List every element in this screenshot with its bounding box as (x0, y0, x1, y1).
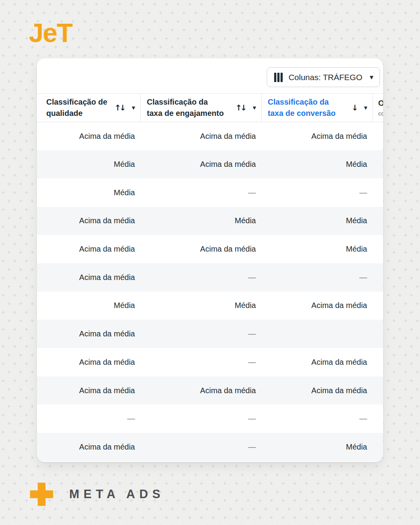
table-row: Acima da média—— (37, 263, 383, 292)
table-header: Classificação de qualidade ↑↓ ▼ Classifi… (37, 94, 383, 122)
column-header-label: Classificação da taxa de conversão (268, 96, 346, 119)
table-cell: Média (261, 433, 373, 461)
table-row: Acima da médiaAcima da médiaMédia (37, 235, 383, 263)
table-row: Acima da média— (37, 320, 383, 348)
table-cell: Acima da média (37, 376, 140, 405)
column-header-conversion-rate-ranking[interactable]: Classificação da taxa de conversão ↓ ▼ (261, 94, 373, 122)
chevron-down-icon[interactable]: ▼ (132, 105, 135, 110)
table-cell: Média (140, 207, 261, 235)
metrics-table: Classificação de qualidade ↑↓ ▼ Classifi… (37, 93, 383, 461)
table-cell: — (261, 178, 373, 207)
plus-icon (29, 481, 54, 507)
column-header-sublabel: co (378, 110, 383, 117)
footer-branding: META ADS (29, 481, 164, 507)
table-row: Acima da média—Média (37, 433, 383, 461)
table-cell: Acima da média (37, 320, 140, 348)
columns-icon (274, 72, 283, 82)
table-cell-clipped (373, 263, 383, 292)
column-header-quality-ranking[interactable]: Classificação de qualidade ↑↓ ▼ (37, 94, 140, 122)
table-row: MédiaAcima da médiaMédia (37, 150, 383, 178)
table-cell-clipped (373, 235, 383, 263)
table-cell: Acima da média (37, 348, 140, 376)
table-row: Acima da médiaAcima da médiaAcima da méd… (37, 122, 383, 150)
chevron-down-icon[interactable]: ▼ (253, 105, 256, 110)
sort-both-icon[interactable]: ↑↓ (115, 103, 126, 112)
table-cell-clipped (373, 122, 383, 150)
table-cell: Média (261, 150, 373, 178)
column-header-engagement-rate-ranking[interactable]: Classificação da taxa de engajamento ↑↓ … (140, 94, 261, 122)
table-cell: Média (261, 207, 373, 235)
table-cell: Acima da média (140, 235, 261, 263)
column-header-clipped[interactable]: O co (373, 94, 383, 122)
table-row: Acima da médiaMédiaMédia (37, 207, 383, 235)
jet-logo: JeT (29, 19, 72, 46)
toolbar: Colunas: TRÁFEGO ▼ (37, 58, 383, 93)
table-cell-clipped (373, 376, 383, 405)
table-cell: Média (261, 235, 373, 263)
table-cell-clipped (373, 292, 383, 320)
table-cell: Acima da média (261, 376, 373, 405)
column-header-label: Classificação de qualidade (46, 96, 115, 119)
table-cell-clipped (373, 433, 383, 461)
table-cell-clipped (373, 178, 383, 207)
table-cell: — (140, 178, 261, 207)
columns-dropdown-button[interactable]: Colunas: TRÁFEGO ▼ (267, 67, 380, 87)
table-cell: Acima da média (261, 122, 373, 150)
table-cell-clipped (373, 150, 383, 178)
table-cell-clipped (373, 348, 383, 376)
table-cell: — (140, 263, 261, 292)
chevron-down-icon: ▼ (370, 75, 373, 80)
table-cell: Acima da média (261, 292, 373, 320)
table-cell-clipped (373, 404, 383, 433)
chevron-down-icon[interactable]: ▼ (364, 105, 367, 110)
table-cell (261, 320, 373, 348)
table-cell: Acima da média (140, 376, 261, 405)
table-cell: Acima da média (37, 122, 140, 150)
sort-descending-icon[interactable]: ↓ (352, 103, 358, 112)
table-row: Acima da média—Acima da média (37, 348, 383, 376)
table-cell: — (140, 404, 261, 433)
table-cell: Acima da média (261, 348, 373, 376)
columns-button-label: Colunas: TRÁFEGO (289, 73, 362, 82)
table-cell: Acima da média (37, 235, 140, 263)
table-cell-clipped (373, 320, 383, 348)
column-header-label: Classificação da taxa de engajamento (147, 96, 225, 119)
table-cell: — (140, 433, 261, 461)
table-row: MédiaMédiaAcima da média (37, 292, 383, 320)
table-cell: Acima da média (140, 122, 261, 150)
table-cell: Acima da média (140, 150, 261, 178)
column-header-label: O (378, 99, 383, 107)
table-cell: Média (37, 178, 140, 207)
table-cell: — (37, 404, 140, 433)
table-cell: Média (37, 150, 140, 178)
table-cell: — (261, 263, 373, 292)
table-cell: Acima da média (37, 433, 140, 461)
table-cell: — (140, 348, 261, 376)
table-row: Acima da médiaAcima da médiaAcima da méd… (37, 376, 383, 405)
table-cell: Acima da média (37, 263, 140, 292)
table-row: ——— (37, 404, 383, 433)
sort-both-icon[interactable]: ↑↓ (236, 103, 247, 112)
table-cell: — (261, 404, 373, 433)
ads-table-card: Colunas: TRÁFEGO ▼ Classificação de qual… (37, 58, 383, 462)
table-cell: Acima da média (37, 207, 140, 235)
table-body: Acima da médiaAcima da médiaAcima da méd… (37, 122, 383, 461)
table-cell: Média (37, 292, 140, 320)
table-row: Média—— (37, 178, 383, 207)
table-cell: Média (140, 292, 261, 320)
footer-label: META ADS (69, 487, 164, 501)
table-cell: — (140, 320, 261, 348)
table-cell-clipped (373, 207, 383, 235)
